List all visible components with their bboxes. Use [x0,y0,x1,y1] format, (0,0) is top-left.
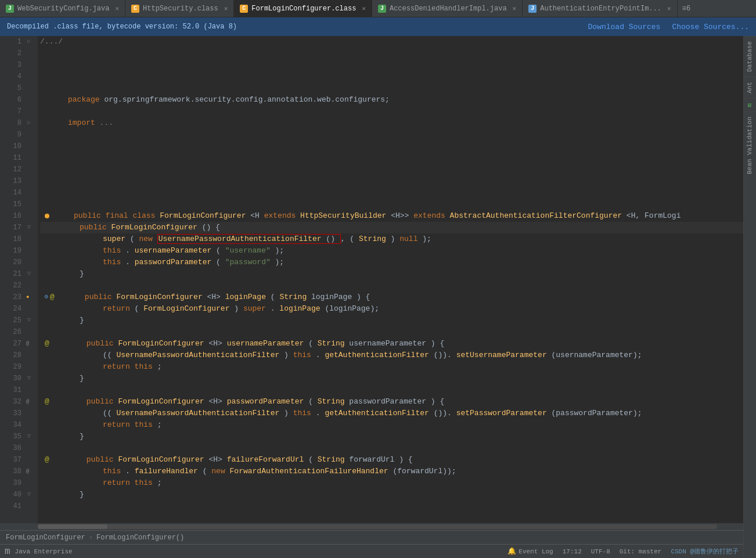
tab-label: FormLoginConfigurer.class [251,5,356,13]
tab-label: AccessDeniedHandlerImpl.java [390,5,507,13]
horizontal-scrollbar[interactable] [0,523,743,530]
code-line-19: this . usernameParameter ( "username" ); [40,245,743,257]
code-line-25: } [40,315,743,326]
fold-30[interactable]: ▽ [27,373,31,384]
csdn-label: CSDN @德鲁伊的打把子 [671,547,739,556]
status-bar: m Java Enterprise 🔔 Event Log 17:12 UTF-… [0,544,743,558]
decompile-message: Decompiled .class file, bytecode version… [7,23,237,31]
code-line-14 [40,187,743,199]
scrollbar-track[interactable] [38,524,717,529]
code-line-23: ⚙ @ public FormLoginConfigurer <H> login… [40,291,743,303]
code-line-16: public final class FormLoginConfigurer <… [40,210,743,222]
highlight-box: UsernamePasswordAuthenticationFilter () [157,234,341,244]
code-line-29: return this ; [40,361,743,373]
code-line-22 [40,280,743,291]
info-bar: Decompiled .class file, bytecode version… [0,17,756,36]
code-line-18: super ( new UsernamePasswordAuthenticati… [40,233,743,245]
download-sources-button[interactable]: Download Sources [588,23,661,31]
class-icon: C [131,5,139,13]
code-line-13 [40,175,743,187]
tab-websecurityconfig[interactable]: J WebSecurityConfig.java ✕ [0,0,125,17]
panel-ant[interactable]: Ant [744,77,756,98]
code-line-17: public FormLoginConfigurer () { [40,222,743,233]
java-icon: J [6,5,14,13]
tab-formloginconfigurer[interactable]: C FormLoginConfigurer.class ✕ [234,0,372,17]
event-log-icon: 🔔 [507,547,516,556]
status-time: 17:12 [563,548,582,555]
code-line-11 [40,152,743,164]
code-line-4 [40,71,743,82]
status-branch[interactable]: Git: master [620,548,662,555]
scrollbar-thumb[interactable] [38,524,107,529]
status-plugin-label[interactable]: Java Enterprise [15,548,73,555]
fold-8[interactable]: ▷ [27,117,31,129]
tab-close[interactable]: ✕ [362,5,366,12]
code-line-32: @ public FormLoginConfigurer <H> passwor… [40,396,743,408]
code-line-35: } [40,431,743,442]
code-line-40: } [40,489,743,501]
breadcrumb-bar: FormLoginConfigurer › FormLoginConfigure… [0,530,743,544]
code-line-30: } [40,373,743,384]
choose-sources-button[interactable]: Choose Sources... [672,23,749,31]
code-line-36 [40,442,743,454]
code-line-38: this . failureHandler ( new ForwardAuthe… [40,466,743,477]
code-line-34: return this ; [40,419,743,431]
code-line-12 [40,164,743,175]
java-icon: J [378,5,386,13]
code-line-20: this . passwordParameter ( "password" ); [40,257,743,268]
tab-close[interactable]: ✕ [224,5,228,12]
dot-indicator [45,214,49,218]
editor-container: 1 2 3 4 5 6 7 8 9 10 11 12 13 14 15 16 1… [0,36,756,558]
code-line-26 [40,326,743,338]
gutter: ▷ ▷ ▽ [26,36,38,523]
breadcrumb-method[interactable]: FormLoginConfigurer() [96,534,184,542]
more-tabs[interactable]: ≡6 [678,0,695,17]
fold-25[interactable]: ▽ [27,315,31,326]
code-line-9 [40,129,743,141]
code-line-28: (( UsernamePasswordAuthenticationFilter … [40,350,743,361]
tab-httpsecurity[interactable]: C HttpSecurity.class ✕ [125,0,234,17]
line-numbers: 1 2 3 4 5 6 7 8 9 10 11 12 13 14 15 16 1… [0,36,26,523]
code-line-10 [40,141,743,152]
tab-close[interactable]: ✕ [667,5,671,12]
fold-35[interactable]: ▽ [27,431,31,442]
status-left: m Java Enterprise [5,546,73,557]
status-right: 🔔 Event Log 17:12 UTF-8 Git: master CSDN… [507,547,739,556]
tab-label: WebSecurityConfig.java [17,5,109,13]
tab-bar: J WebSecurityConfig.java ✕ C HttpSecurit… [0,0,756,17]
tab-authentry[interactable]: J AuthenticationEntryPointIm... ✕ [523,0,677,17]
code-line-3 [40,59,743,71]
code-line-27: @ public FormLoginConfigurer <H> usernam… [40,338,743,350]
code-line-5 [40,82,743,94]
code-line-8: import ... [40,117,743,129]
code-line-1: /.../ [40,36,743,48]
code-line-33: (( UsernamePasswordAuthenticationFilter … [40,408,743,419]
event-log[interactable]: 🔔 Event Log [507,547,553,556]
code-line-21: } [40,268,743,280]
fold-17[interactable]: ▽ [27,222,31,233]
code-line-39: return this ; [40,477,743,489]
fold-40[interactable]: ▽ [27,489,31,501]
code-line-41 [40,501,743,512]
code-line-31 [40,384,743,396]
code-area[interactable]: 1 2 3 4 5 6 7 8 9 10 11 12 13 14 15 16 1… [0,36,743,523]
info-bar-actions: Download Sources Choose Sources... [588,23,749,31]
panel-database[interactable]: Database [744,36,756,77]
status-plugin-icon: m [5,546,10,557]
panel-maven[interactable]: m [744,98,756,112]
tab-close[interactable]: ✕ [115,5,119,12]
editor-main: 1 2 3 4 5 6 7 8 9 10 11 12 13 14 15 16 1… [0,36,743,558]
breadcrumb-class[interactable]: FormLoginConfigurer [6,534,85,542]
tab-label: HttpSecurity.class [143,5,218,13]
status-encoding[interactable]: UTF-8 [591,548,610,555]
tab-label: AuthenticationEntryPointIm... [540,5,661,13]
breadcrumb-separator: › [89,534,93,542]
tab-accessdenied[interactable]: J AccessDeniedHandlerImpl.java ✕ [372,0,523,17]
tab-close[interactable]: ✕ [513,5,517,12]
code-content[interactable]: /.../ package org.springframework.securi… [38,36,743,523]
panel-bean-validation[interactable]: Bean Validation [744,111,756,179]
fold-1[interactable]: ▷ [27,36,31,48]
fold-21[interactable]: ▽ [27,268,31,280]
class-icon: C [240,5,248,13]
java-icon: J [528,5,537,13]
